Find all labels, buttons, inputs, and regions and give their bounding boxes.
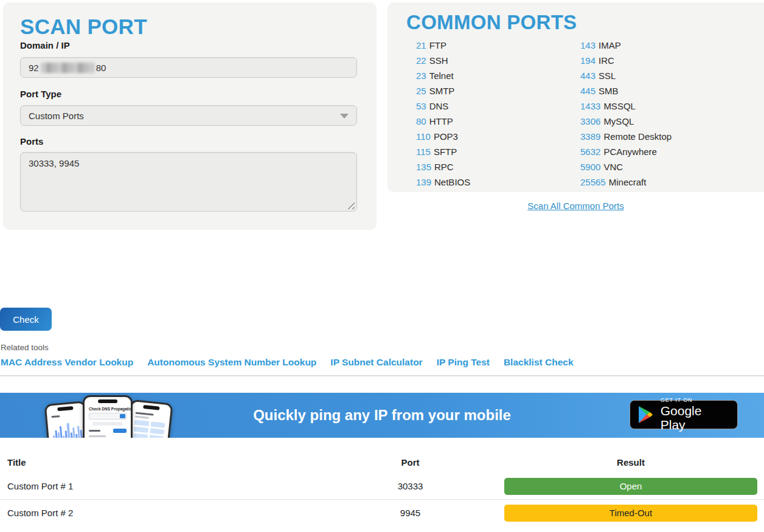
port-number-link[interactable]: 110 — [416, 131, 431, 142]
port-name: SSH — [429, 55, 448, 66]
port-number-link[interactable]: 135 — [416, 162, 431, 172]
common-ports-card: COMMON PORTS 21FTP22SSH23Telnet25SMTP53D… — [387, 2, 764, 192]
row-port: 30333 — [316, 481, 504, 491]
port-number-link[interactable]: 25 — [416, 86, 426, 96]
phone-screen-title: Check DNS Propagation — [89, 407, 127, 411]
ports-textarea[interactable]: 30333, 9945 — [20, 152, 357, 212]
scan-all-common-ports-link[interactable]: Scan All Common Ports — [527, 201, 623, 211]
port-number-link[interactable]: 445 — [580, 86, 596, 96]
resize-handle-icon[interactable] — [347, 201, 355, 209]
check-button[interactable]: Check — [0, 308, 52, 331]
common-port-row: 23Telnet — [416, 68, 470, 83]
common-port-row: 443SSL — [580, 68, 672, 83]
port-name: SMTP — [429, 86, 455, 96]
page-title: SCAN PORT — [20, 15, 147, 39]
related-tool-link[interactable]: Autonomous System Number Lookup — [147, 357, 316, 368]
common-port-row: 3389Remote Desktop — [580, 129, 672, 144]
common-ports-column-1: 21FTP22SSH23Telnet25SMTP53DNS80HTTP110PO… — [416, 38, 470, 190]
common-port-row: 194IRC — [580, 53, 672, 68]
common-port-row: 5900VNC — [580, 159, 672, 174]
common-port-row: 80HTTP — [416, 114, 470, 129]
related-tool-link[interactable]: Blacklist Check — [504, 357, 574, 368]
port-name: Minecraft — [609, 177, 647, 187]
row-title: Custom Port # 2 — [0, 508, 316, 518]
port-name: HTTP — [429, 116, 453, 126]
port-number-link[interactable]: 25565 — [580, 177, 606, 187]
common-port-row: 3306MySQL — [580, 114, 672, 129]
port-name: SMB — [599, 86, 619, 96]
table-body: Custom Port # 130333OpenCustom Port # 29… — [0, 473, 764, 526]
port-number-link[interactable]: 443 — [580, 71, 596, 81]
domain-ip-value-prefix: 92 — [29, 63, 39, 73]
common-port-row: 25SMTP — [416, 83, 470, 98]
port-name: RPC — [434, 162, 454, 172]
table-row: Custom Port # 29945Timed-Out — [0, 500, 764, 526]
redacted-ip-segment — [41, 63, 94, 73]
common-port-row: 1433MSSQL — [580, 98, 672, 114]
port-number-link[interactable]: 115 — [416, 147, 431, 157]
domain-ip-label: Domain / IP — [20, 40, 70, 50]
related-tools-label: Related tools — [1, 343, 49, 352]
port-type-select[interactable]: Custom Ports — [20, 105, 357, 126]
related-tool-link[interactable]: IP Ping Test — [437, 357, 490, 368]
common-ports-column-2: 143IMAP194IRC443SSL445SMB1433MSSQL3306My… — [580, 38, 672, 190]
port-number-link[interactable]: 5900 — [580, 162, 600, 172]
mobile-app-banner: Check DNS Propagation Quickly ping — [0, 393, 764, 438]
related-tool-link[interactable]: IP Subnet Calculator — [330, 357, 422, 368]
port-number-link[interactable]: 23 — [416, 71, 426, 81]
scan-all-wrap: Scan All Common Ports — [387, 201, 764, 212]
port-name: VNC — [603, 162, 623, 172]
get-it-on-label: GET IT ON — [661, 398, 729, 404]
result-badge: Timed-Out — [504, 505, 757, 522]
port-name: MySQL — [603, 116, 634, 126]
scan-results-table: Title Port Result Custom Port # 130333Op… — [0, 451, 764, 526]
chevron-down-icon — [340, 114, 349, 119]
header-port: Port — [316, 457, 504, 468]
domain-ip-value-suffix: 80 — [96, 63, 106, 73]
domain-ip-input[interactable]: 92 80 — [20, 57, 357, 78]
port-number-link[interactable]: 139 — [416, 177, 431, 187]
port-number-link[interactable]: 80 — [416, 116, 426, 126]
related-tool-link[interactable]: MAC Address Vendor Lookup — [1, 357, 133, 368]
port-name: IRC — [599, 55, 614, 66]
ports-value: 30333, 9945 — [29, 158, 79, 168]
port-number-link[interactable]: 194 — [580, 55, 596, 66]
port-name: POP3 — [434, 131, 458, 142]
port-name: SSL — [599, 71, 616, 81]
port-number-link[interactable]: 22 — [416, 55, 426, 66]
port-number-link[interactable]: 21 — [416, 40, 426, 50]
port-number-link[interactable]: 3306 — [580, 116, 600, 126]
port-name: DNS — [429, 101, 449, 111]
port-number-link[interactable]: 3389 — [580, 131, 600, 142]
header-result: Result — [504, 457, 757, 468]
ports-label: Ports — [20, 136, 43, 147]
port-number-link[interactable]: 53 — [416, 101, 426, 111]
port-name: PCAnywhere — [603, 147, 657, 157]
common-port-row: 445SMB — [580, 83, 672, 98]
port-number-link[interactable]: 1433 — [580, 101, 600, 111]
table-header-row: Title Port Result — [0, 451, 764, 473]
common-port-row: 110POP3 — [416, 129, 470, 144]
google-play-label: Google Play — [661, 404, 729, 432]
port-scanner-page: SCAN PORT Domain / IP 92 80 Port Type Cu… — [0, 0, 764, 532]
phone-notch — [98, 399, 117, 403]
table-row: Custom Port # 130333Open — [0, 473, 764, 499]
common-port-row: 53DNS — [416, 98, 470, 114]
port-type-selected-value: Custom Ports — [29, 111, 84, 121]
port-number-link[interactable]: 143 — [580, 40, 596, 50]
port-number-link[interactable]: 5632 — [580, 147, 600, 157]
port-name: MSSQL — [603, 101, 636, 111]
google-play-icon — [638, 406, 654, 423]
related-tools-links: MAC Address Vendor LookupAutonomous Syst… — [1, 357, 574, 368]
common-port-row: 5632PCAnywhere — [580, 144, 672, 159]
port-name: Remote Desktop — [603, 131, 672, 142]
row-result: Open — [504, 478, 757, 495]
google-play-badge[interactable]: GET IT ON Google Play — [630, 400, 738, 429]
port-name: Telnet — [429, 71, 454, 81]
row-port: 9945 — [316, 508, 504, 518]
port-name: FTP — [429, 40, 446, 50]
common-port-row: 22SSH — [416, 53, 470, 68]
common-ports-title: COMMON PORTS — [406, 11, 577, 34]
common-port-row: 139NetBIOS — [416, 174, 470, 190]
common-port-row: 115SFTP — [416, 144, 470, 159]
